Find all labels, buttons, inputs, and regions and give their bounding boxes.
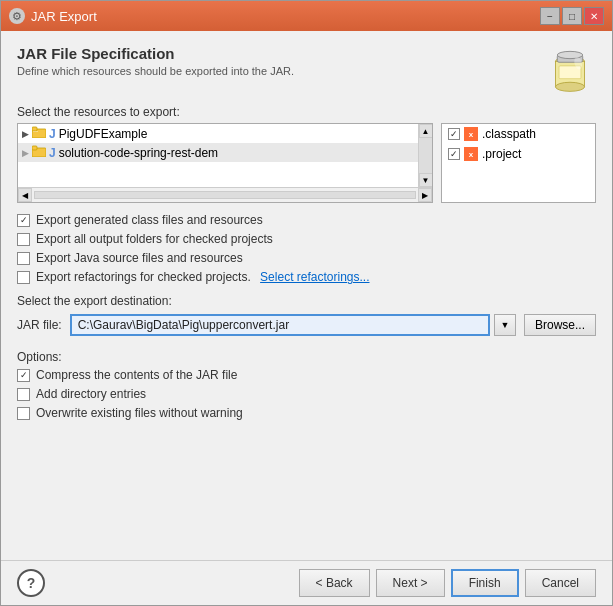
overwrite-label: Overwrite existing files without warning — [36, 406, 243, 420]
hscroll-area: ◀ ▶ — [18, 187, 432, 202]
export-source-row[interactable]: Export Java source files and resources — [17, 251, 596, 265]
page-header: JAR File Specification Define which reso… — [17, 45, 596, 95]
export-output-row[interactable]: Export all output folders for checked pr… — [17, 232, 596, 246]
footer: ? < Back Next > Finish Cancel — [1, 560, 612, 605]
minimize-button[interactable]: − — [540, 7, 560, 25]
file-item-project[interactable]: x .project — [442, 144, 595, 164]
file-item-classpath[interactable]: x .classpath — [442, 124, 595, 144]
export-class-label: Export generated class files and resourc… — [36, 213, 263, 227]
title-bar-controls: − □ ✕ — [540, 7, 604, 25]
jar-file-label: JAR file: — [17, 318, 62, 332]
export-class-checkbox[interactable] — [17, 214, 30, 227]
page-title: JAR File Specification — [17, 45, 294, 62]
project-label: .project — [482, 147, 521, 161]
export-class-row[interactable]: Export generated class files and resourc… — [17, 213, 596, 227]
tree-item-label: PigUDFExample — [59, 127, 148, 141]
export-output-label: Export all output folders for checked pr… — [36, 232, 273, 246]
svg-point-2 — [555, 82, 584, 91]
files-panel: x .classpath x .project — [441, 123, 596, 203]
tree-item[interactable]: ▶ J solution-code-spring-rest-dem — [18, 143, 418, 162]
hscroll-right[interactable]: ▶ — [418, 188, 432, 202]
compress-label: Compress the contents of the JAR file — [36, 368, 237, 382]
jar-export-window: ⚙ JAR Export − □ ✕ JAR File Specificatio… — [0, 0, 613, 606]
export-options-group: Export generated class files and resourc… — [17, 213, 596, 284]
tree-vscroll[interactable]: ▲ ▼ — [418, 124, 432, 187]
title-bar: ⚙ JAR Export − □ ✕ — [1, 1, 612, 31]
cancel-button[interactable]: Cancel — [525, 569, 596, 597]
folder-icon — [32, 145, 46, 160]
page-subtitle: Define which resources should be exporte… — [17, 65, 294, 77]
tree-item-label2: solution-code-spring-rest-dem — [59, 146, 218, 160]
jar-icon — [546, 45, 596, 95]
help-button[interactable]: ? — [17, 569, 45, 597]
options-label: Options: — [17, 350, 596, 364]
page-header-text: JAR File Specification Define which reso… — [17, 45, 294, 77]
svg-rect-11 — [32, 146, 37, 150]
overwrite-row[interactable]: Overwrite existing files without warning — [17, 406, 596, 420]
maximize-button[interactable]: □ — [562, 7, 582, 25]
main-content: JAR File Specification Define which reso… — [1, 31, 612, 560]
next-button[interactable]: Next > — [376, 569, 445, 597]
project-icon2: J — [49, 146, 56, 160]
resources-panel: ▶ J PigUDFExample — [17, 123, 596, 203]
jar-file-row: JAR file: ▼ Browse... — [17, 314, 596, 336]
expand-arrow: ▶ — [22, 148, 29, 158]
svg-rect-9 — [33, 131, 38, 132]
export-refactor-checkbox[interactable] — [17, 271, 30, 284]
compress-checkbox[interactable] — [17, 369, 30, 382]
close-button[interactable]: ✕ — [584, 7, 604, 25]
hscroll-bar[interactable] — [34, 191, 416, 199]
export-source-label: Export Java source files and resources — [36, 251, 243, 265]
svg-rect-8 — [32, 127, 37, 131]
compress-row[interactable]: Compress the contents of the JAR file — [17, 368, 596, 382]
project-checkbox[interactable] — [448, 148, 460, 160]
tree-panel: ▶ J PigUDFExample — [17, 123, 433, 203]
classpath-checkbox[interactable] — [448, 128, 460, 140]
vscroll-track — [419, 138, 433, 173]
export-refactor-row[interactable]: Export refactorings for checked projects… — [17, 270, 596, 284]
svg-point-4 — [557, 51, 582, 58]
add-dir-row[interactable]: Add directory entries — [17, 387, 596, 401]
destination-section: Select the export destination: JAR file:… — [17, 294, 596, 336]
classpath-x-icon: x — [464, 127, 478, 141]
window-icon: ⚙ — [9, 8, 25, 24]
destination-label: Select the export destination: — [17, 294, 596, 308]
folder-icon — [32, 126, 46, 141]
jar-file-input-wrap: ▼ — [70, 314, 516, 336]
add-dir-checkbox[interactable] — [17, 388, 30, 401]
options-group: Compress the contents of the JAR file Ad… — [17, 368, 596, 420]
project-x-icon: x — [464, 147, 478, 161]
resources-section: Select the resources to export: ▶ — [17, 105, 596, 203]
footer-buttons: < Back Next > Finish Cancel — [299, 569, 596, 597]
classpath-label: .classpath — [482, 127, 536, 141]
add-dir-label: Add directory entries — [36, 387, 146, 401]
title-bar-left: ⚙ JAR Export — [9, 8, 97, 24]
overwrite-checkbox[interactable] — [17, 407, 30, 420]
select-refactorings-link[interactable]: Select refactorings... — [260, 270, 369, 284]
vscroll-up[interactable]: ▲ — [419, 124, 433, 138]
tree-item[interactable]: ▶ J PigUDFExample — [18, 124, 418, 143]
jar-file-input[interactable] — [70, 314, 490, 336]
expand-arrow: ▶ — [22, 129, 29, 139]
options-section: Options: Compress the contents of the JA… — [17, 346, 596, 420]
browse-button[interactable]: Browse... — [524, 314, 596, 336]
jar-icon-svg — [546, 45, 594, 95]
hscroll-left[interactable]: ◀ — [18, 188, 32, 202]
jar-file-dropdown[interactable]: ▼ — [494, 314, 516, 336]
resources-label: Select the resources to export: — [17, 105, 596, 119]
tree-items-area: ▶ J PigUDFExample — [18, 124, 418, 187]
tree-row: ▶ J PigUDFExample — [18, 124, 432, 187]
back-button[interactable]: < Back — [299, 569, 370, 597]
project-icon: J — [49, 127, 56, 141]
window-title: JAR Export — [31, 9, 97, 24]
export-output-checkbox[interactable] — [17, 233, 30, 246]
finish-button[interactable]: Finish — [451, 569, 519, 597]
export-source-checkbox[interactable] — [17, 252, 30, 265]
vscroll-down[interactable]: ▼ — [419, 173, 433, 187]
export-refactor-label: Export refactorings for checked projects… — [36, 270, 254, 284]
